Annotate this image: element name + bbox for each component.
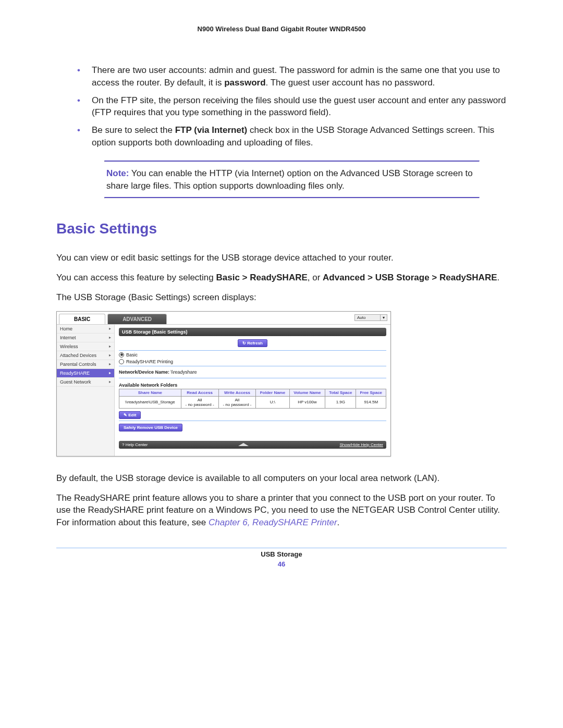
folders-table: Share NameRead AccessWrite AccessFolder … <box>119 389 386 409</box>
divider <box>119 366 386 366</box>
table-row: \\readyshare\USB_StorageAll - no passwor… <box>119 396 386 408</box>
radio-basic[interactable] <box>119 352 124 357</box>
bold-text: FTP (via Internet) <box>175 125 248 135</box>
cell: All - no password - <box>218 396 256 408</box>
sidebar-item-label: Wireless <box>60 344 78 349</box>
text: . <box>497 273 500 282</box>
divider <box>119 350 386 351</box>
document-header: N900 Wireless Dual Band Gigabit Router W… <box>56 25 507 33</box>
safely-remove-button[interactable]: Safely Remove USB Device <box>119 424 182 431</box>
sidebar-item-label: ReadySHARE <box>60 371 90 376</box>
chevron-right-icon: ▸ <box>109 379 111 384</box>
column-header: Write Access <box>218 389 256 396</box>
text: . The guest user account has no password… <box>266 78 435 88</box>
sidebar-item-guest-network[interactable]: Guest Network▸ <box>57 378 114 387</box>
chevron-right-icon: ▸ <box>109 326 111 331</box>
sidebar-item-home[interactable]: Home▸ <box>57 325 114 334</box>
tab-basic[interactable]: BASIC <box>59 314 105 324</box>
column-header: Volume Name <box>289 389 325 396</box>
sidebar-item-label: Internet <box>60 335 76 340</box>
divider <box>119 421 386 421</box>
chevron-right-icon: ▸ <box>109 353 111 357</box>
bold-text: password <box>224 78 265 88</box>
dropdown-arrow-icon[interactable]: ▾ <box>381 314 387 321</box>
column-header: Free Space <box>356 389 386 396</box>
cell: \\readyshare\USB_Storage <box>119 396 181 408</box>
sidebar-item-internet[interactable]: Internet▸ <box>57 334 114 342</box>
sidebar-item-label: Parental Controls <box>60 362 96 367</box>
sidebar: Home▸Internet▸Wireless▸Attached Devices▸… <box>57 325 115 456</box>
divider <box>104 197 480 199</box>
sidebar-item-attached-devices[interactable]: Attached Devices▸ <box>57 351 114 360</box>
show-hide-help-link[interactable]: Show/Hide Help Center <box>339 442 383 447</box>
paragraph: The ReadySHARE print feature allows you … <box>56 492 507 529</box>
sidebar-item-readyshare[interactable]: ReadySHARE▸ <box>57 369 114 378</box>
paragraph: By default, the USB storage device is av… <box>56 472 507 485</box>
cell: HP v100w <box>289 396 325 408</box>
language-dropdown[interactable]: Auto <box>354 314 381 321</box>
bullet-item: Be sure to select the FTP (via Internet)… <box>77 124 507 149</box>
router-ui-screenshot: BASIC ADVANCED Auto ▾ Home▸Internet▸Wire… <box>56 311 391 456</box>
bullet-item: There are two user accounts: admin and g… <box>77 64 507 89</box>
text: , or <box>308 273 323 282</box>
column-header: Folder Name <box>256 389 289 396</box>
column-header: Total Space <box>325 389 356 396</box>
text: You can access this feature by selecting <box>56 273 216 282</box>
chapter-link[interactable]: Chapter 6, ReadySHARE Printer <box>209 517 337 527</box>
paragraph: You can access this feature by selecting… <box>56 272 507 284</box>
chevron-right-icon: ▸ <box>109 335 111 340</box>
column-header: Read Access <box>181 389 218 396</box>
divider <box>56 548 507 548</box>
chevron-right-icon: ▸ <box>109 344 111 349</box>
sidebar-item-label: Attached Devices <box>60 353 96 358</box>
text: Be sure to select the <box>92 125 175 135</box>
sidebar-item-label: Home <box>60 326 72 331</box>
note-label: Note: <box>106 168 129 178</box>
sidebar-item-parental-controls[interactable]: Parental Controls▸ <box>57 360 114 369</box>
bullet-list: There are two user accounts: admin and g… <box>56 64 507 149</box>
radio-label: Basic <box>126 352 138 357</box>
note-block: Note: You can enable the HTTP (via Inter… <box>104 161 480 199</box>
cell: U:\ <box>256 396 289 408</box>
page-number: 46 <box>56 560 507 568</box>
section-heading: Basic Settings <box>56 220 507 237</box>
sidebar-item-label: Guest Network <box>60 379 91 385</box>
text: . <box>337 517 340 527</box>
folders-heading: Available Network Folders <box>119 382 386 388</box>
tab-advanced[interactable]: ADVANCED <box>107 314 167 324</box>
paragraph: You can view or edit basic settings for … <box>56 252 507 264</box>
cell: 914.5M <box>356 396 386 408</box>
footer-title: USB Storage <box>56 550 507 558</box>
chevron-right-icon: ▸ <box>109 362 111 366</box>
bold-text: Advanced > USB Storage > ReadySHARE <box>323 273 497 282</box>
divider <box>119 378 386 378</box>
cell: 1.9G <box>325 396 356 408</box>
note-text: You can enable the HTTP (via Internet) o… <box>106 168 473 191</box>
refresh-button[interactable]: ↻ Refresh <box>238 339 267 347</box>
chevron-right-icon: ▸ <box>109 371 111 375</box>
text: On the FTP site, the person receiving th… <box>92 95 506 118</box>
sidebar-item-wireless[interactable]: Wireless▸ <box>57 342 114 351</box>
label: Network/Device Name: <box>119 369 169 375</box>
radio-readyshare-printing[interactable] <box>119 359 124 364</box>
radio-label: ReadySHARE Printing <box>126 359 173 364</box>
up-arrow-icon[interactable] <box>238 443 249 446</box>
panel-title: USB Storage (Basic Settings) <box>119 328 386 336</box>
bullet-item: On the FTP site, the person receiving th… <box>77 94 507 119</box>
help-center-button[interactable]: ? Help Center <box>122 442 148 447</box>
paragraph: The USB Storage (Basic Settings) screen … <box>56 291 507 304</box>
edit-button[interactable]: ✎ Edit <box>119 411 141 419</box>
value: \\readyshare <box>171 369 197 375</box>
cell: All - no password - <box>181 396 218 408</box>
bold-text: Basic > ReadySHARE <box>216 273 308 282</box>
column-header: Share Name <box>119 389 181 396</box>
